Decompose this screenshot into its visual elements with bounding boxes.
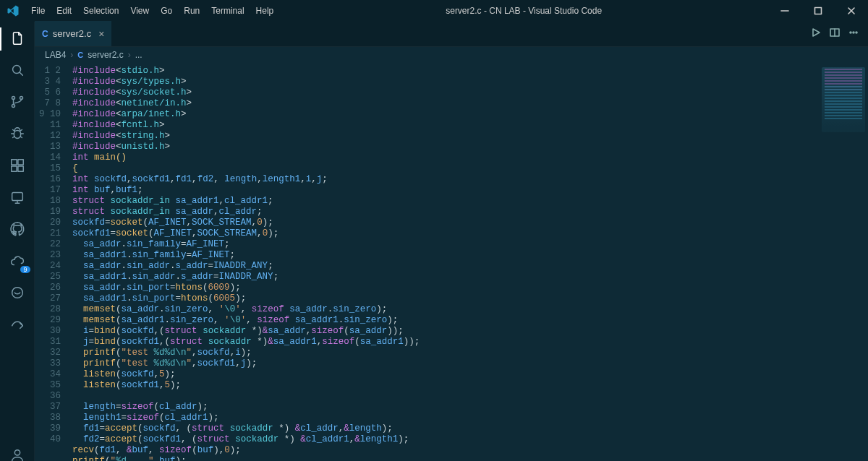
menu-bar: File Edit Selection View Go Run Terminal… [25,0,279,22]
editor-column: C server2.c × LAB4 › C server2.c › ... 1… [35,22,868,461]
svg-rect-19 [17,159,22,164]
menu-file[interactable]: File [25,0,51,22]
github-icon [9,221,25,239]
svg-rect-1 [815,8,822,14]
breadcrumb[interactable]: LAB4 › C server2.c › ... [35,47,868,63]
search-icon [9,62,25,80]
activity-remote[interactable] [0,184,35,212]
activity-bar: 9 [0,22,35,461]
activity-source-control[interactable] [0,88,35,117]
activity-cloud[interactable]: 9 [0,247,35,276]
activity-github[interactable] [0,215,35,244]
svg-point-24 [14,449,20,454]
split-editor-icon[interactable] [829,27,841,40]
menu-go[interactable]: Go [155,0,178,22]
window-title: server2.c - CN LAB - Visual Studio Code [279,6,768,16]
vscode-logo-icon [0,4,25,17]
tab-server2c[interactable]: C server2.c × [35,21,111,46]
activity-extensions[interactable] [0,152,35,181]
menu-terminal[interactable]: Terminal [205,0,250,22]
more-icon[interactable] [848,27,859,40]
run-icon[interactable] [810,27,822,40]
svg-point-29 [850,32,851,33]
code-area[interactable]: #include<stdio.h> #include<sys/types.h> … [68,63,810,461]
menu-selection[interactable]: Selection [77,0,124,22]
extensions-icon [9,158,25,176]
c-file-icon: C [42,29,48,39]
editor-body: 1 2 3 4 5 6 7 8 9 10 11 12 13 14 15 16 1… [35,63,868,461]
menu-edit[interactable]: Edit [51,0,77,22]
breadcrumb-file[interactable]: server2.c [88,50,123,60]
svg-point-23 [12,287,22,298]
tab-label: server2.c [53,28,91,39]
line-number-gutter: 1 2 3 4 5 6 7 8 9 10 11 12 13 14 15 16 1… [35,63,68,461]
svg-rect-9 [14,130,20,138]
window-close-button[interactable] [835,0,868,22]
bug-icon [9,126,25,144]
svg-rect-16 [11,159,16,164]
activity-accounts[interactable] [0,441,35,461]
editor-tabs: C server2.c × [35,22,868,47]
svg-rect-20 [12,192,22,200]
svg-marker-26 [813,29,820,36]
breadcrumb-trail[interactable]: ... [135,50,142,60]
chevron-right-icon: › [128,50,131,60]
window-minimize-button[interactable] [768,0,801,22]
container-icon [9,285,25,303]
activity-explorer[interactable] [0,25,35,53]
svg-point-31 [856,32,857,33]
svg-point-30 [853,32,854,33]
menu-run[interactable]: Run [178,0,205,22]
window-maximize-button[interactable] [801,0,835,22]
activity-docker[interactable] [0,279,35,308]
remote-icon [9,189,25,207]
files-icon [9,30,25,48]
window-controls [768,0,868,22]
branch-icon [9,94,25,112]
account-icon [9,447,25,462]
share-icon [9,316,25,335]
menu-view[interactable]: View [124,0,155,22]
svg-rect-17 [11,165,16,171]
minimap[interactable] [810,63,868,461]
activity-search[interactable] [0,56,35,85]
svg-line-5 [20,72,22,75]
chevron-right-icon: › [70,50,73,60]
tab-close-icon[interactable]: × [98,28,104,40]
titlebar: File Edit Selection View Go Run Terminal… [0,0,868,22]
menu-help[interactable]: Help [250,0,280,22]
activity-cloud-badge: 9 [20,266,30,273]
activity-live-share[interactable] [0,311,35,340]
c-file-icon: C [77,51,83,59]
svg-rect-18 [17,165,22,171]
breadcrumb-folder[interactable]: LAB4 [45,50,66,60]
activity-run-debug[interactable] [0,120,35,149]
